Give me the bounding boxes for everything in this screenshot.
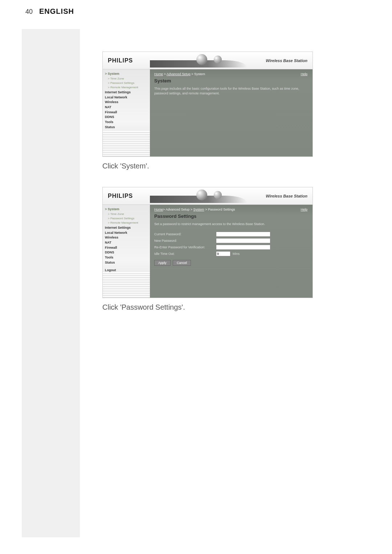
breadcrumb-system[interactable]: System	[193, 208, 204, 211]
router-sidebar: > System > Time Zone > Password Settings…	[103, 205, 150, 298]
sidebar-item-firewall[interactable]: Firewall	[104, 110, 148, 115]
sidebar-item-status[interactable]: Status	[104, 125, 148, 130]
reenter-password-input[interactable]	[216, 245, 270, 250]
caption-click-system: Click 'System'.	[102, 162, 320, 170]
header-artwork	[150, 54, 247, 68]
breadcrumb: Home> Advanced Setup > System > Password…	[154, 208, 308, 211]
current-password-input[interactable]	[216, 232, 270, 237]
panel-description: Set a password to restrict management ac…	[154, 222, 308, 227]
page-language: ENGLISH	[39, 7, 74, 16]
sidebar-item-time-zone[interactable]: > Time Zone	[104, 212, 148, 216]
mins-label: Mins	[233, 252, 240, 256]
sidebar-item-tools[interactable]: Tools	[104, 255, 148, 260]
sidebar-item-wireless[interactable]: Wireless	[104, 100, 148, 105]
apply-button[interactable]: Apply	[154, 260, 171, 266]
header-artwork	[150, 190, 247, 203]
label-reenter-password: Re-Enter Password for Verification:	[154, 245, 216, 249]
page-number: 40	[25, 8, 33, 16]
label-idle-timeout: Idle Time Out:	[154, 252, 216, 256]
page-header: 40 ENGLISH	[0, 0, 392, 20]
philips-logo: PHILIPS	[108, 57, 133, 64]
breadcrumb-advanced: Advanced Setup	[166, 208, 189, 211]
sidebar-item-nat[interactable]: NAT	[104, 105, 148, 110]
sidebar-item-password-settings[interactable]: > Password Settings	[104, 81, 148, 85]
sidebar-item-system[interactable]: > System	[104, 207, 148, 212]
sidebar-item-ddns[interactable]: DDNS	[104, 115, 148, 120]
breadcrumb-home[interactable]: Home	[154, 72, 163, 76]
sidebar-item-remote-management[interactable]: > Remote Management	[104, 221, 148, 225]
new-password-input[interactable]	[216, 238, 270, 243]
router-main-panel: Home> Advanced Setup > System > Password…	[150, 205, 313, 298]
breadcrumb: Home > Advanced Setup > System	[154, 72, 308, 76]
breadcrumb-advanced[interactable]: Advanced Setup	[167, 72, 191, 76]
sidebar-item-tools[interactable]: Tools	[104, 120, 148, 125]
screenshot-password-settings: PHILIPS Wireless Base Station > System >…	[102, 187, 313, 298]
idle-timeout-input[interactable]	[216, 251, 230, 256]
product-name: Wireless Base Station	[266, 194, 307, 198]
sidebar-stripes	[103, 272, 150, 298]
sidebar-item-password-settings[interactable]: > Password Settings	[104, 216, 148, 221]
router-sidebar: > System > Time Zone > Password Settings…	[103, 69, 150, 156]
panel-title: System	[154, 78, 308, 83]
sidebar-item-status[interactable]: Status	[104, 260, 148, 265]
philips-logo: PHILIPS	[108, 193, 133, 199]
router-header: PHILIPS Wireless Base Station	[103, 187, 313, 205]
caption-click-password-settings: Click 'Password Settings'.	[102, 303, 320, 311]
sidebar-item-system[interactable]: > System	[104, 72, 148, 77]
sidebar-item-local-network[interactable]: Local Network	[104, 231, 148, 236]
cancel-button[interactable]: Cancel	[173, 260, 191, 266]
sidebar-item-remote-management[interactable]: > Remote Management	[104, 85, 148, 90]
breadcrumb-current: Password Settings	[208, 208, 235, 211]
router-main-panel: Home > Advanced Setup > System Help Syst…	[150, 69, 313, 156]
panel-description: This page includes all the basic configu…	[154, 86, 308, 95]
sidebar-item-nat[interactable]: NAT	[104, 240, 148, 245]
label-new-password: New Password:	[154, 239, 216, 243]
sidebar-item-internet-settings[interactable]: Internet Settings	[104, 90, 148, 95]
screenshot-system: PHILIPS Wireless Base Station > System >…	[102, 52, 313, 157]
router-header: PHILIPS Wireless Base Station	[103, 52, 313, 69]
side-gray-strip	[22, 29, 80, 537]
product-name: Wireless Base Station	[266, 58, 307, 63]
sidebar-item-time-zone[interactable]: > Time Zone	[104, 77, 148, 81]
sidebar-item-ddns[interactable]: DDNS	[104, 250, 148, 255]
help-link[interactable]: Help	[301, 208, 307, 211]
help-link[interactable]: Help	[301, 72, 307, 76]
sidebar-item-internet-settings[interactable]: Internet Settings	[104, 225, 148, 231]
sidebar-item-local-network[interactable]: Local Network	[104, 95, 148, 100]
sidebar-stripes	[103, 131, 150, 156]
sidebar-item-wireless[interactable]: Wireless	[104, 235, 148, 240]
label-current-password: Current Password:	[154, 232, 216, 236]
panel-title: Password Settings	[154, 213, 308, 219]
breadcrumb-home[interactable]: Home	[154, 208, 163, 211]
sidebar-item-firewall[interactable]: Firewall	[104, 245, 148, 250]
breadcrumb-current: System	[194, 72, 205, 76]
